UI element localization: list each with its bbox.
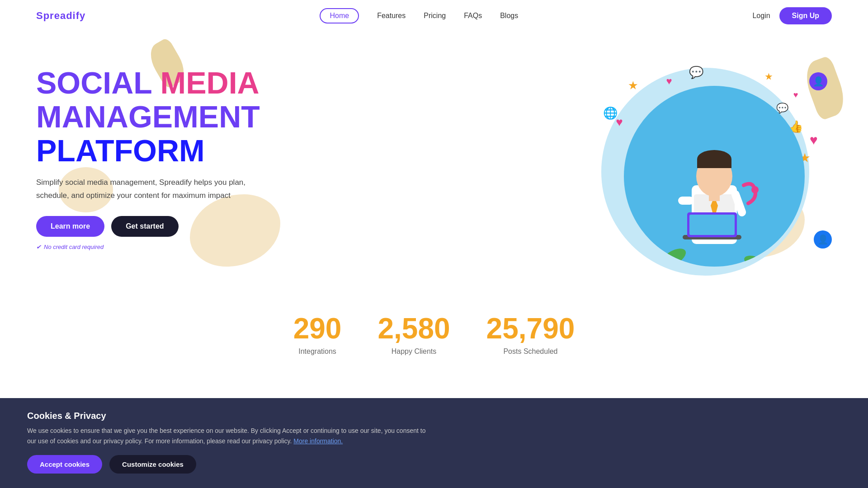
stat-number-posts: 25,790	[486, 312, 575, 345]
stat-label-clients: Happy Clients	[377, 347, 450, 356]
hero-illustration: ♥ ♥ ♥ ♥ ★ ★ ★ 💬 💬 👍 🌐 👤 👤	[597, 59, 832, 285]
title-word-media: MEDIA	[160, 66, 259, 100]
star-icon-2: ★	[760, 68, 778, 86]
svg-rect-7	[678, 197, 694, 205]
hero-title-line1: SOCIAL MEDIA	[36, 66, 330, 100]
navbar: Spreadify Home Features Pricing FAQs Blo…	[0, 0, 868, 32]
svg-point-12	[751, 186, 759, 193]
person-icon-1: 👤	[809, 72, 827, 90]
nav-features[interactable]: Features	[377, 12, 406, 20]
title-word-platform: PLATFORM	[36, 133, 205, 168]
nav-faqs[interactable]: FAQs	[464, 12, 482, 20]
hero-subtitle: Simplify social media management, Spread…	[36, 176, 253, 202]
person-svg	[665, 131, 764, 267]
nav-blogs[interactable]: Blogs	[500, 12, 518, 20]
hero-content: SOCIAL MEDIA MANAGEMENT PLATFORM Simplif…	[36, 66, 330, 250]
svg-rect-6	[709, 192, 720, 201]
stat-integrations: 290 Integrations	[293, 312, 342, 356]
get-started-button[interactable]: Get started	[111, 216, 178, 237]
login-button[interactable]: Login	[752, 12, 770, 20]
stat-number-clients: 2,580	[377, 312, 450, 345]
hero-buttons: Learn more Get started	[36, 216, 330, 237]
learn-more-button[interactable]: Learn more	[36, 216, 104, 237]
stat-clients: 2,580 Happy Clients	[377, 312, 450, 356]
hero-title: SOCIAL MEDIA MANAGEMENT PLATFORM	[36, 66, 330, 167]
stats-section: 290 Integrations 2,580 Happy Clients 25,…	[0, 294, 868, 365]
logo: Spreadify	[36, 10, 85, 22]
no-credit-text: No credit card required	[36, 244, 330, 250]
hero-section: SOCIAL MEDIA MANAGEMENT PLATFORM Simplif…	[0, 32, 868, 294]
stat-number-integrations: 290	[293, 312, 342, 345]
star-icon-1: ★	[624, 77, 642, 95]
nav-pricing[interactable]: Pricing	[424, 12, 446, 20]
nav-links: Home Features Pricing FAQs Blogs	[320, 8, 518, 23]
heart-icon-3: ♥	[787, 86, 805, 104]
hero-title-line2: MANAGEMENT PLATFORM	[36, 100, 330, 168]
world-icon: 🌐	[601, 104, 619, 122]
title-word-management: MANAGEMENT	[36, 99, 260, 134]
nav-home[interactable]: Home	[320, 8, 359, 23]
svg-rect-5	[697, 159, 731, 168]
title-word-social: SOCIAL	[36, 66, 152, 100]
svg-rect-11	[689, 215, 735, 235]
illustration-circle	[624, 86, 805, 267]
heart-icon-1: ♥	[610, 113, 628, 131]
signup-button[interactable]: Sign Up	[779, 7, 832, 24]
stat-posts: 25,790 Posts Scheduled	[486, 312, 575, 356]
heart-icon-4: ♥	[805, 131, 823, 149]
person-icon-2: 👤	[814, 230, 832, 249]
stat-label-posts: Posts Scheduled	[486, 347, 575, 356]
heart-icon-2: ♥	[660, 72, 678, 90]
nav-actions: Login Sign Up	[752, 7, 832, 24]
svg-point-14	[742, 253, 764, 267]
svg-point-13	[665, 245, 689, 267]
stat-label-integrations: Integrations	[293, 347, 342, 356]
chat-icon-1: 💬	[687, 63, 705, 81]
